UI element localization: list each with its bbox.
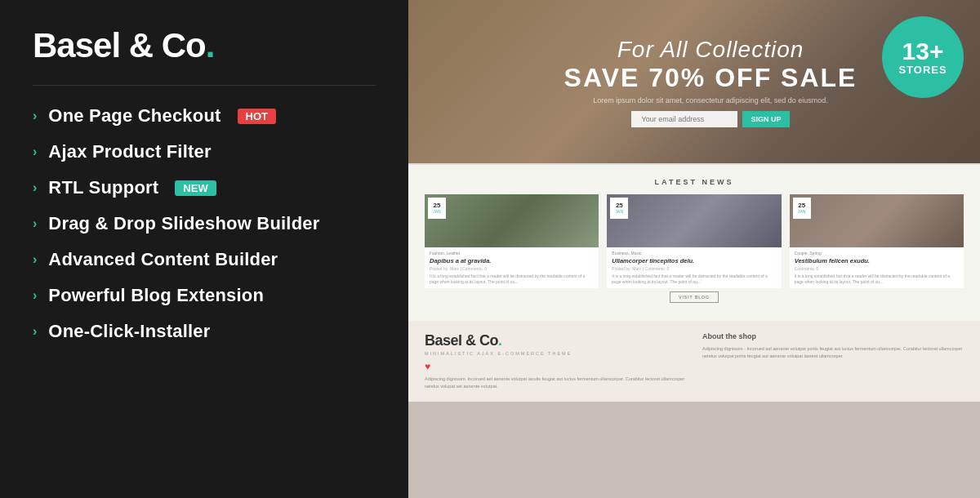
new-badge: NEW (175, 180, 216, 196)
feature-label: Advanced Content Builder (48, 249, 278, 270)
list-item[interactable]: › RTL Support NEW (33, 177, 376, 198)
logo-dot: . (206, 26, 215, 64)
blog-image: 25 JAN (790, 194, 964, 247)
logo-text: Basel & Co (33, 26, 206, 64)
email-row: SIGN UP (564, 111, 858, 127)
bottom-tagline: MINIMALISTIC AJAX E-COMMERCE THEME (425, 351, 686, 356)
stores-number: 13+ (902, 39, 944, 64)
email-input[interactable] (631, 111, 737, 127)
list-item[interactable]: › Drag & Drop Slideshow Builder (33, 213, 376, 234)
right-panel: For All Collection SAVE 70% OFF SALE Lor… (408, 0, 980, 498)
blog-card[interactable]: 25 JAN Fashion, Leather Dapibus a at gra… (425, 194, 599, 288)
blog-author: Comments: 0 (790, 266, 964, 273)
chevron-icon: › (33, 109, 37, 123)
date-month: JAN (616, 209, 623, 214)
date-badge: 25 JAN (793, 198, 811, 219)
bottom-right: About the shop Adipiscing dignissim - In… (702, 332, 964, 390)
chevron-icon: › (33, 252, 37, 267)
blog-image: 25 JAN (425, 194, 599, 247)
chevron-icon: › (33, 324, 37, 339)
date-month: JAN (433, 209, 440, 214)
blog-body: It is a long established fact that a rea… (607, 273, 781, 288)
list-item[interactable]: › Powerful Blog Extension (33, 285, 376, 306)
feature-label: RTL Support (48, 177, 158, 198)
blog-body: It is a long established fact that a rea… (790, 273, 964, 288)
logo: Basel & Co. (33, 26, 376, 65)
blog-tags: Fashion, Leather (425, 247, 599, 257)
list-item[interactable]: › One Page Checkout HOT (33, 105, 376, 127)
for-all-collection: For All Collection (564, 37, 858, 63)
blog-card[interactable]: 25 JAN Business, Music Ullamcorper tince… (607, 194, 781, 288)
blog-tags: Business, Music (607, 247, 781, 257)
list-item[interactable]: › Advanced Content Builder (33, 249, 376, 270)
hot-badge: HOT (238, 109, 276, 124)
visit-blog-button[interactable]: VISIT BLOG (670, 291, 719, 303)
stores-badge: 13+ STORES (882, 16, 964, 98)
feature-label: Ajax Product Filter (48, 141, 211, 162)
bottom-left: Basel & Co. MINIMALISTIC AJAX E-COMMERCE… (425, 332, 686, 390)
left-panel: Basel & Co. › One Page Checkout HOT › Aj… (0, 0, 408, 498)
blog-section: LATEST NEWS 25 JAN Fashion, Leather Dapi… (408, 163, 980, 321)
chevron-icon: › (33, 180, 37, 195)
date-number: 25 (434, 202, 441, 209)
feature-label: One Page Checkout (48, 105, 220, 127)
list-item[interactable]: › Ajax Product Filter (33, 141, 376, 162)
blog-title: Vestibulum felicen exudu. (790, 257, 964, 266)
divider (33, 85, 376, 86)
date-month: JAN (798, 209, 805, 214)
bottom-logo: Basel & Co. (425, 332, 686, 349)
blog-body: It is a long established fact that a rea… (425, 273, 599, 288)
signup-button[interactable]: SIGN UP (742, 111, 789, 127)
blog-author: Posted by: Marc | Comments: 0 (425, 266, 599, 273)
chevron-icon: › (33, 145, 37, 159)
date-number: 25 (798, 202, 805, 209)
about-desc: Adipiscing dignissim - Incorued ael aene… (702, 345, 964, 360)
feature-label: One-Click-Installer (48, 321, 210, 342)
blog-author: Posted by: Marc | Comments: 0 (607, 266, 781, 273)
blog-card[interactable]: 25 JAN Couple, Spring Vestibulum felicen… (790, 194, 964, 288)
heart-icon: ♥ (425, 361, 686, 372)
blog-tags: Couple, Spring (790, 247, 964, 257)
blog-cards: 25 JAN Fashion, Leather Dapibus a at gra… (425, 194, 964, 288)
blog-title: Dapibus a at gravida. (425, 257, 599, 266)
lorem-text: Lorem ipsum dolor sit amet, consectetur … (564, 96, 858, 104)
stores-label: STORES (898, 64, 947, 76)
date-number: 25 (616, 202, 623, 209)
sale-text-container: For All Collection SAVE 70% OFF SALE Lor… (532, 37, 858, 127)
sale-banner: For All Collection SAVE 70% OFF SALE Lor… (408, 0, 980, 163)
latest-news-heading: LATEST NEWS (425, 178, 964, 186)
feature-label: Powerful Blog Extension (48, 285, 264, 306)
bottom-desc: Adipiscing dignissim. Incorued ael aenen… (425, 376, 686, 390)
bottom-section: Basel & Co. MINIMALISTIC AJAX E-COMMERCE… (408, 321, 980, 402)
chevron-icon: › (33, 288, 37, 303)
list-item[interactable]: › One-Click-Installer (33, 321, 376, 342)
date-badge: 25 JAN (610, 198, 628, 219)
feature-list: › One Page Checkout HOT › Ajax Product F… (33, 105, 376, 342)
date-badge: 25 JAN (428, 198, 446, 219)
blog-title: Ullamcorper tincepitos delu. (607, 257, 781, 266)
chevron-icon: › (33, 216, 37, 231)
blog-image: 25 JAN (607, 194, 781, 247)
save-text: SAVE 70% OFF SALE (564, 63, 858, 93)
about-heading: About the shop (702, 332, 964, 340)
feature-label: Drag & Drop Slideshow Builder (48, 213, 319, 234)
